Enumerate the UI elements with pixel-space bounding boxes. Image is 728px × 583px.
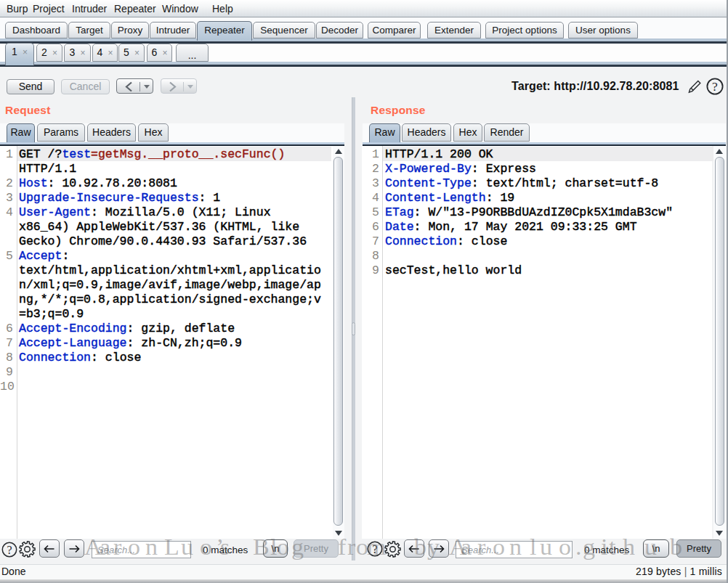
- svg-text:?: ?: [7, 544, 12, 556]
- svg-text:?: ?: [712, 79, 718, 94]
